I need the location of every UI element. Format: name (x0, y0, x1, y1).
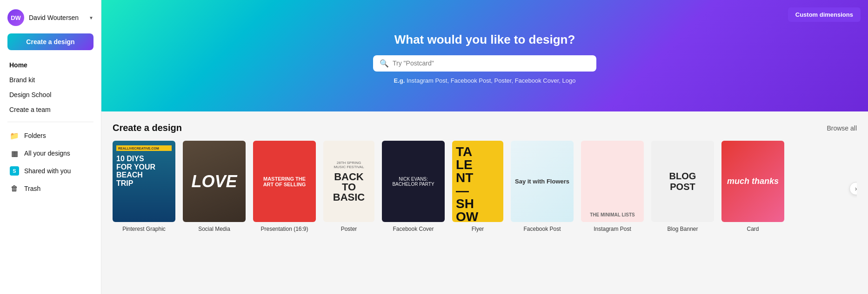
design-item-instagram[interactable]: THE MINIMAL LISTS Instagram Post (581, 141, 644, 232)
thumb-text: LOVE (191, 172, 237, 191)
thumb-text: Say it with Flowers (511, 174, 573, 189)
design-label-instagram: Instagram Post (594, 226, 631, 232)
thumb-text: Mastering the Art of Selling (259, 176, 310, 187)
design-label-blog: Blog Banner (667, 226, 698, 232)
sidebar-item-folders[interactable]: 📁 Folders (2, 127, 99, 144)
flyer-thumb: TALENT—SHOW (452, 141, 503, 222)
shared-icon: S (9, 166, 20, 176)
design-label-fb-post: Facebook Post (523, 226, 561, 232)
user-menu[interactable]: DW David Woutersen ▼ (0, 6, 101, 32)
sidebar-item-label: Shared with you (24, 167, 71, 175)
design-label-poster: Poster (341, 226, 357, 232)
design-item-fb-post[interactable]: Say it with Flowers Facebook Post (511, 141, 574, 232)
thumb-subtext: 28TH SPRINGMUSIC FESTIVAL (334, 161, 364, 169)
design-label-presentation: Presentation (16:9) (260, 226, 308, 232)
sidebar: DW David Woutersen ▼ Create a design Hom… (0, 0, 101, 294)
thumb-text: THE MINIMAL LISTS (590, 212, 634, 217)
sidebar-item-label: Folders (24, 132, 46, 139)
scroll-right-arrow[interactable]: › (849, 182, 857, 195)
avatar: DW (7, 9, 24, 26)
thumb-text: BACKTOBASIC (333, 172, 365, 203)
thumb-text: NICK EVANS: BACHELOR PARTY (382, 173, 445, 190)
custom-dimensions-button[interactable]: Custom dimensions (788, 7, 861, 22)
section-header: Create a design Browse all (113, 123, 857, 133)
content-area: Create a design Browse all REALLIVECREAT… (101, 111, 868, 294)
social-thumb: LOVE (183, 141, 246, 222)
design-item-card[interactable]: much thanks Card (721, 141, 784, 232)
blog-thumb: BLOGPOST (651, 141, 714, 222)
design-item-flyer[interactable]: TALENT—SHOW Flyer (452, 141, 503, 232)
design-item-social-media[interactable]: LOVE Social Media (183, 141, 246, 232)
poster-thumb: 28TH SPRINGMUSIC FESTIVAL BACKTOBASIC (323, 141, 374, 222)
design-label-social: Social Media (198, 226, 230, 232)
design-label-flyer: Flyer (472, 226, 484, 232)
folder-icon: 📁 (9, 131, 20, 141)
sidebar-item-create-team[interactable]: Create a team (2, 102, 99, 117)
pinterest-thumb: REALLIVECREATIVE.COM 10 DIYSFOR YOURBEAC… (113, 141, 175, 222)
thumb-text: much thanks (727, 176, 779, 186)
hero-title: What would you like to design? (394, 33, 575, 47)
eg-label: E.g. (394, 77, 405, 84)
search-icon: 🔍 (380, 59, 389, 68)
trash-icon: 🗑 (9, 183, 20, 194)
hero-examples: E.g. Instagram Post, Facebook Post, Post… (394, 77, 576, 84)
design-label-card: Card (747, 226, 759, 232)
create-design-button[interactable]: Create a design (7, 33, 93, 50)
browse-all-link[interactable]: Browse all (827, 124, 857, 132)
sidebar-item-label: Trash (24, 185, 40, 192)
design-item-poster[interactable]: 28TH SPRINGMUSIC FESTIVAL BACKTOBASIC Po… (323, 141, 374, 232)
main-content: Custom dimensions What would you like to… (101, 0, 868, 294)
presentation-thumb: Mastering the Art of Selling (253, 141, 316, 222)
sidebar-divider (7, 122, 93, 122)
search-input[interactable] (393, 59, 590, 67)
design-item-presentation[interactable]: Mastering the Art of Selling Presentatio… (253, 141, 316, 232)
thumb-text: BLOGPOST (669, 171, 696, 192)
section-title: Create a design (113, 123, 182, 133)
design-item-blog[interactable]: BLOGPOST Blog Banner (651, 141, 714, 232)
thumb-text: 10 DIYSFOR YOURBEACHTRIP (116, 155, 172, 187)
hero-examples-text: Instagram Post, Facebook Post, Poster, F… (407, 77, 575, 84)
sidebar-item-shared[interactable]: S Shared with you (2, 162, 99, 180)
design-label-pinterest: Pinterest Graphic (122, 226, 166, 232)
fb-cover-thumb: NICK EVANS: BACHELOR PARTY (382, 141, 445, 222)
sidebar-item-brand-kit[interactable]: Brand kit (2, 72, 99, 87)
sidebar-item-design-school[interactable]: Design School (2, 87, 99, 102)
sidebar-item-home[interactable]: Home (2, 58, 99, 72)
hero-banner: Custom dimensions What would you like to… (101, 0, 868, 111)
sidebar-item-trash[interactable]: 🗑 Trash (2, 180, 99, 197)
grid-icon: ▦ (9, 148, 20, 158)
design-item-fb-cover[interactable]: NICK EVANS: BACHELOR PARTY Facebook Cove… (382, 141, 445, 232)
card-thumb: much thanks (721, 141, 784, 222)
design-label-fb-cover: Facebook Cover (393, 226, 434, 232)
design-item-pinterest[interactable]: REALLIVECREATIVE.COM 10 DIYSFOR YOURBEAC… (113, 141, 175, 232)
yellow-bar: REALLIVECREATIVE.COM (116, 145, 172, 151)
thumb-text: TALENT—SHOW (456, 145, 478, 222)
search-bar: 🔍 (373, 55, 596, 72)
sidebar-item-all-designs[interactable]: ▦ All your designs (2, 144, 99, 162)
sidebar-item-label: All your designs (24, 150, 70, 157)
fb-post-thumb: Say it with Flowers (511, 141, 574, 222)
user-name: David Woutersen (29, 14, 89, 21)
instagram-thumb: THE MINIMAL LISTS (581, 141, 644, 222)
chevron-down-icon: ▼ (89, 15, 93, 20)
design-grid: REALLIVECREATIVE.COM 10 DIYSFOR YOURBEAC… (113, 141, 857, 236)
